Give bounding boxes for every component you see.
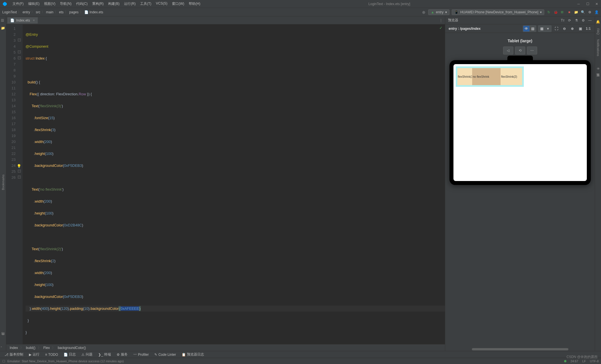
folder-tool-icon[interactable]: 📁 [1, 26, 5, 31]
bc-file[interactable]: 📄 Index.ets [84, 10, 103, 14]
editor-tabs: 📄 Index.ets × ⋮ [6, 16, 445, 24]
coverage-icon[interactable]: ⛨ [560, 10, 565, 14]
back-icon[interactable]: ◁ [503, 47, 513, 54]
code-editor[interactable]: ✓ 1 2 3− 4 5− 6− 7 8 9 10 11 12 13 14 15… [6, 24, 445, 344]
caret-position[interactable]: 24:67 [570, 359, 578, 363]
services-tab[interactable]: ⚙服务 [114, 352, 130, 357]
gear-icon[interactable]: ⚙ [581, 18, 585, 22]
bc-ets[interactable]: ets [59, 10, 64, 14]
todo-tab[interactable]: ≡TODO [43, 352, 60, 357]
left-toolwindow-bar: ▥ 📁 Bookmarks 结构 ▫ [0, 16, 6, 351]
bc-root[interactable]: LoginText [2, 10, 17, 14]
folder-icon[interactable]: 📁 [574, 10, 578, 14]
bc-entry[interactable]: entry [22, 10, 30, 14]
run-config-dropdown[interactable]: ▲entry▾ [428, 9, 449, 15]
fit-icon[interactable]: ▣ [577, 26, 583, 31]
layers-icon[interactable]: ▤ [529, 26, 536, 31]
target-icon[interactable]: ◎ [421, 10, 426, 14]
menu-refactor[interactable]: 重构(R) [91, 1, 106, 7]
refresh-icon[interactable]: ⟳ [568, 18, 571, 22]
bell-icon[interactable]: 🔔 [596, 20, 600, 24]
profile-icon[interactable]: 👤 [594, 10, 599, 14]
file-icon: 📄 [10, 18, 14, 22]
one-to-one-icon[interactable]: 1:1 [585, 26, 591, 31]
line-separator[interactable]: LF [582, 359, 586, 363]
menu-tools[interactable]: 工具(T) [138, 1, 153, 7]
cb-bg[interactable]: backgroundColor() [58, 346, 86, 350]
menu-help[interactable]: 帮助(H) [187, 1, 202, 7]
grid-icon[interactable]: ▦ [539, 26, 545, 31]
eye-icon[interactable]: 👁 [523, 26, 529, 31]
list-icon: ≡ [45, 353, 47, 357]
run-tab[interactable]: ▶运行 [27, 352, 42, 357]
preview-subheader: entry : /pages/Index 👁 ▤ ▦ ▾ ⛶ ⊖ ⊕ ▣ 1:1 [445, 24, 595, 33]
filter-icon[interactable]: ⚗ [574, 18, 578, 22]
tab-close-icon[interactable]: × [33, 18, 35, 22]
chevron-down-icon[interactable]: ▾ [545, 26, 551, 31]
rotate-icon[interactable]: ⟲ [515, 47, 525, 54]
run-icon[interactable]: ↻ [547, 10, 551, 14]
menu-edit[interactable]: 编辑(E) [26, 1, 41, 7]
cb-build[interactable]: build() [26, 346, 35, 350]
minimize-icon[interactable]: ─ [577, 2, 581, 6]
menu-build[interactable]: 构建(B) [106, 1, 121, 7]
bookmarks-tool[interactable]: Bookmarks [1, 174, 5, 190]
tab-index-ets[interactable]: 📄 Index.ets × [7, 17, 38, 24]
collapse-icon[interactable]: ▫ [1, 345, 5, 349]
stop-icon[interactable]: ■ [567, 10, 571, 14]
toolwindow-icon[interactable]: ▢ [2, 359, 5, 363]
search-icon[interactable]: 🔍 [581, 10, 585, 14]
menu-navigate[interactable]: 导航(N) [58, 1, 73, 7]
profiler-tab[interactable]: 〰Profiler [131, 352, 151, 357]
fold-icon[interactable]: − [18, 56, 21, 59]
menu-vcs[interactable]: VCS(S) [154, 1, 169, 7]
fold-icon[interactable]: − [18, 39, 21, 41]
menu-run[interactable]: 运行(R) [122, 1, 137, 7]
fold-icon[interactable]: − [18, 176, 21, 178]
zoom-out-icon[interactable]: ⊖ [561, 26, 568, 31]
problems-tab[interactable]: ⚠问题 [79, 352, 95, 357]
settings-icon[interactable]: ⚙ [587, 10, 592, 14]
cb-index[interactable]: Index [10, 346, 18, 350]
menu-window[interactable]: 窗口(W) [170, 1, 186, 7]
project-tool-icon[interactable]: ▥ [1, 18, 5, 23]
maximize-icon[interactable]: ☐ [586, 2, 590, 6]
cb-flex[interactable]: Flex [43, 346, 50, 350]
tabs-overflow-icon[interactable]: ⋮ [437, 18, 445, 22]
gear-icon: ⚙ [117, 353, 120, 357]
scroll-thumb[interactable] [472, 348, 568, 350]
doc-icon: 📄 [64, 353, 68, 357]
minimize-panel-icon[interactable]: — [588, 18, 592, 22]
menu-code[interactable]: 代码(C) [74, 1, 89, 7]
preview-tool[interactable]: 👁 预览器 [596, 67, 600, 71]
bc-main[interactable]: main [46, 10, 53, 14]
tablet-screen[interactable]: flexShrink(3) no flexShrink flexShrink(2… [453, 64, 587, 181]
debug-icon[interactable]: 🐞 [553, 10, 558, 14]
preview-scrollbar[interactable] [468, 348, 572, 351]
text-tool-icon[interactable]: Tт [561, 18, 565, 22]
menu-view[interactable]: 视图(V) [42, 1, 57, 7]
menu-file[interactable]: 文件(F) [11, 1, 25, 7]
encoding[interactable]: UTF-8 [590, 359, 599, 363]
preview-log-tab[interactable]: 📋预览器日志 [179, 352, 206, 357]
notifications-tool[interactable]: Notifications [596, 39, 600, 56]
codelinter-tab[interactable]: ✎Code Linter [152, 352, 178, 357]
vcs-tab[interactable]: ⎇版本控制 [2, 352, 26, 357]
bc-src[interactable]: src [36, 10, 40, 14]
terminal-tab[interactable]: ❯_终端 [96, 352, 113, 357]
faq-tool[interactable]: FAQ [596, 28, 600, 35]
device-dropdown[interactable]: 📱HUAWEI Phone [NewDevice_from_Huawei_Pho… [452, 9, 544, 15]
fold-icon[interactable]: − [18, 51, 21, 53]
fold-icon[interactable]: − [18, 170, 21, 172]
more-icon[interactable]: ⋯ [527, 47, 537, 54]
intention-bulb-icon[interactable]: 💡 [17, 163, 21, 169]
close-icon[interactable]: ✕ [595, 2, 599, 6]
crop-icon[interactable]: ⛶ [553, 26, 560, 31]
bottom-toolbar: ⎇版本控制 ▶运行 ≡TODO 📄日志 ⚠问题 ❯_终端 ⚙服务 〰Profil… [0, 351, 601, 358]
status-indicator-icon[interactable] [564, 360, 566, 362]
zoom-in-icon[interactable]: ⊕ [569, 26, 575, 31]
bc-pages[interactable]: pages [69, 10, 79, 14]
code-content[interactable]: @Entry @Component struct Index { build()… [23, 24, 445, 344]
log-tab[interactable]: 📄日志 [61, 352, 78, 357]
line-gutter: 1 2 3− 4 5− 6− 7 8 9 10 11 12 13 14 15 1… [6, 24, 23, 344]
